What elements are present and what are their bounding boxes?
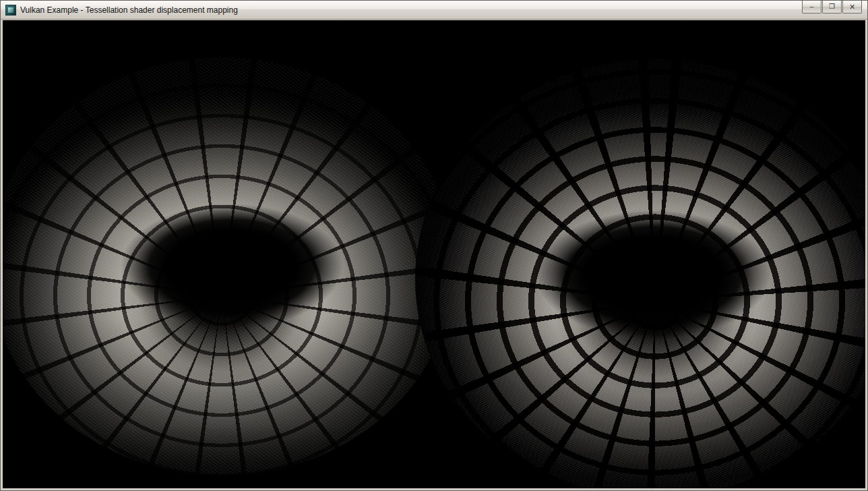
window-controls: – ❐ ✕: [801, 1, 862, 13]
titlebar[interactable]: Vulkan Example - Tessellation shader dis…: [1, 1, 867, 20]
torus-right-hole: [535, 210, 771, 339]
maximize-button[interactable]: ❐: [822, 1, 842, 13]
render-viewport[interactable]: [3, 20, 865, 488]
app-icon: [5, 5, 16, 16]
app-window: Vulkan Example - Tessellation shader dis…: [0, 0, 868, 491]
close-button[interactable]: ✕: [842, 1, 862, 13]
minimize-button[interactable]: –: [802, 1, 822, 13]
window-title: Vulkan Example - Tessellation shader dis…: [20, 5, 238, 15]
torus-left-hole: [121, 204, 343, 328]
